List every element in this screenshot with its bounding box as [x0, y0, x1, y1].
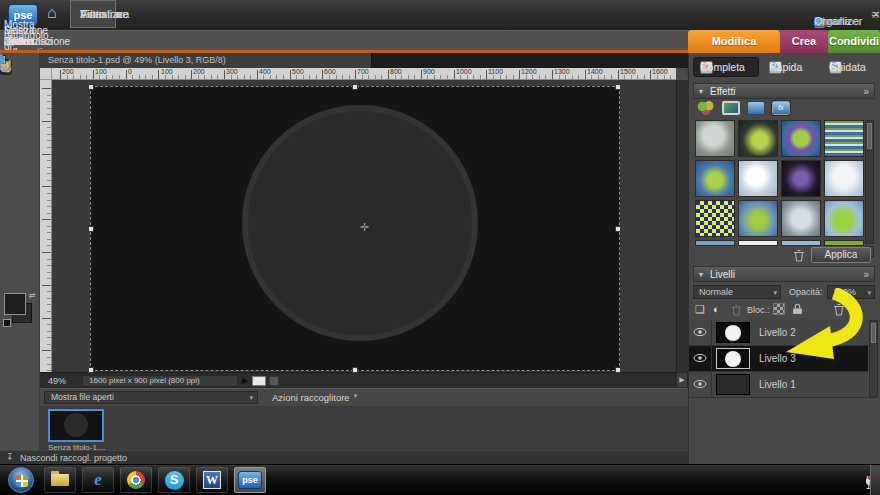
start-button[interactable]: [8, 467, 34, 493]
frames-icon[interactable]: [722, 101, 740, 115]
taskbar-word-button[interactable]: W: [196, 467, 228, 493]
effect-thumbnail[interactable]: [781, 160, 821, 197]
layer-thumbnail[interactable]: [716, 348, 750, 369]
photo-bin: Senza titolo-1....: [40, 406, 688, 450]
status-option-box[interactable]: [269, 376, 279, 386]
effect-thumbnail-partial[interactable]: [824, 240, 864, 246]
skype-icon: S: [165, 471, 184, 490]
show-desktop-button[interactable]: [870, 465, 880, 495]
effect-thumbnail[interactable]: [824, 160, 864, 197]
photo-effects-icon[interactable]: [747, 101, 765, 115]
tab-modifica[interactable]: Modifica: [688, 30, 780, 53]
hide-bin-icon[interactable]: ↧: [6, 452, 14, 462]
close-button[interactable]: ✕: [872, 9, 880, 20]
taskbar-pse-button[interactable]: pse: [234, 467, 266, 493]
foreground-color-swatch[interactable]: [4, 293, 26, 315]
effects-scrollbar-thumb[interactable]: [867, 123, 872, 149]
new-layer-icon[interactable]: ❏: [695, 303, 705, 316]
word-icon: W: [203, 471, 221, 489]
tab-guidata[interactable]: ✎ Guidata: [823, 57, 879, 77]
vertical-scrollbar[interactable]: [676, 80, 688, 372]
distribute-button[interactable]: ⋕ Distribuisci ▾: [4, 36, 52, 47]
effect-thumbnail[interactable]: [824, 200, 864, 237]
horizontal-ruler: 200100 0100 200300 400500 600700 800900 …: [52, 68, 676, 80]
menu-aiuto[interactable]: Aiuto: [70, 0, 115, 28]
effect-thumbnail[interactable]: [738, 200, 778, 237]
internet-explorer-icon: e: [94, 470, 102, 490]
effect-thumbnail-partial[interactable]: [695, 240, 735, 246]
layer-styles-icon[interactable]: fx: [772, 101, 790, 115]
effect-thumbnail[interactable]: [781, 120, 821, 157]
sponge-tool[interactable]: ❍: [0, 59, 11, 73]
effect-thumbnail[interactable]: [738, 160, 778, 197]
layer-thumbnail[interactable]: [716, 374, 750, 395]
selection-handle-bottom-left[interactable]: [88, 367, 94, 373]
thumbnail-circle: [64, 413, 88, 437]
folder-icon: [51, 474, 69, 486]
reset-swatches-icon[interactable]: ⇄: [29, 291, 36, 300]
layers-panel-header[interactable]: ▾ Livelli »: [693, 266, 875, 282]
selection-handle-bottom-middle[interactable]: [352, 367, 358, 373]
chevron-down-icon: ▾: [4, 37, 8, 45]
tab-crea[interactable]: Crea: [780, 30, 828, 53]
layers-scrollbar-thumb[interactable]: [871, 323, 876, 343]
layer-visibility-eye-icon[interactable]: [693, 327, 707, 337]
status-play-icon[interactable]: ▶: [242, 376, 248, 385]
effect-thumbnail[interactable]: [695, 120, 735, 157]
tab-completa[interactable]: ✎ Completa: [693, 57, 759, 77]
canvas-status-bar: 49% 1600 pixel x 900 pixel (800 ppi) ▶: [40, 372, 676, 388]
sponge-tool-icon: ❍: [0, 59, 11, 73]
effect-thumbnail[interactable]: [738, 120, 778, 157]
document-size-info[interactable]: 1600 pixel x 900 pixel (800 ppi): [82, 375, 238, 387]
apply-button[interactable]: Applica: [811, 247, 871, 263]
layers-scrollbar[interactable]: [869, 320, 878, 398]
effect-thumbnail[interactable]: [781, 200, 821, 237]
selection-handle-top-left[interactable]: [88, 84, 94, 90]
hide-bin-label[interactable]: Nascondi raccogl. progetto: [20, 453, 127, 463]
windows-taskbar: e S W pse IT ▲ ⚑ 15:05 12/07/2014: [0, 464, 880, 495]
effect-thumbnail[interactable]: [695, 160, 735, 197]
selection-handle-middle-left[interactable]: [88, 226, 94, 232]
transform-center-icon: ✛: [360, 221, 369, 234]
tab-rapida[interactable]: ✎ Rapida: [763, 57, 821, 77]
effect-thumbnail-partial[interactable]: [738, 240, 778, 246]
document-tab[interactable]: Senza titolo-1.psd @ 49% (Livello 3, RGB…: [40, 53, 372, 68]
effect-thumbnail[interactable]: [695, 200, 735, 237]
scrollbar-corner-button[interactable]: ▶: [676, 372, 688, 388]
document-tab-bar: Senza titolo-1.psd @ 49% (Livello 3, RGB…: [40, 53, 688, 68]
layer-thumbnail[interactable]: [716, 322, 750, 343]
layer-visibility-eye-icon[interactable]: [693, 353, 707, 363]
selection-handle-top-middle[interactable]: [352, 84, 358, 90]
show-open-files-dropdown[interactable]: Mostra file aperti▾: [44, 391, 258, 404]
adjustment-layer-icon[interactable]: ◐: [713, 303, 720, 315]
effect-thumbnail[interactable]: [824, 120, 864, 157]
panel-menu-icon: »: [863, 268, 869, 282]
selection-handle-middle-right[interactable]: [615, 226, 621, 232]
layer-visibility-eye-icon[interactable]: [693, 379, 707, 389]
taskbar-chrome-button[interactable]: [120, 467, 152, 493]
default-colors-icon[interactable]: [3, 319, 11, 327]
horizontal-scrollbar-thumb[interactable]: [252, 376, 266, 386]
selection-handle-bottom-right[interactable]: [615, 367, 621, 373]
effect-thumbnail-partial[interactable]: [781, 240, 821, 246]
effects-scrollbar[interactable]: [865, 120, 874, 244]
collapse-icon: ▾: [699, 85, 703, 99]
filters-icon[interactable]: [697, 101, 715, 115]
taskbar-ie-button[interactable]: e: [82, 467, 114, 493]
open-file-thumbnail[interactable]: [48, 409, 104, 442]
zoom-level[interactable]: 49%: [48, 376, 66, 386]
effects-panel-header[interactable]: ▾ Effetti »: [693, 83, 875, 99]
layer-row-livello-1[interactable]: Livello 1: [689, 372, 868, 398]
chevron-down-icon: ▾: [249, 392, 253, 403]
blend-mode-select[interactable]: Normale▾: [693, 285, 781, 299]
trash-icon-disabled: [731, 304, 742, 316]
taskbar-skype-button[interactable]: S: [158, 467, 190, 493]
title-bar: pse ⌂ File Modifica Immagine Migliora Li…: [0, 0, 880, 30]
bin-actions-menu[interactable]: Azioni raccoglitore▾: [272, 392, 350, 403]
chevron-down-icon: ▾: [354, 392, 358, 400]
taskbar-explorer-button[interactable]: [44, 467, 76, 493]
layer-name[interactable]: Livello 1: [759, 379, 796, 390]
trash-icon[interactable]: [793, 249, 805, 262]
tab-condividi[interactable]: Condividi: [828, 30, 880, 53]
selection-handle-top-right[interactable]: [615, 84, 621, 90]
